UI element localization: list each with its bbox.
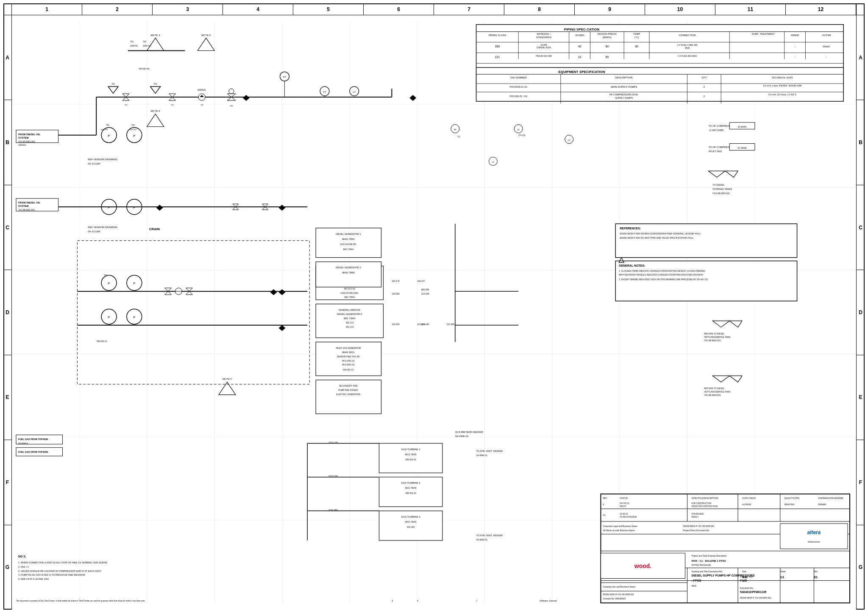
svg-text:GAS-G4-DIE-02E1: GAS-G4-DIE-02E1 <box>341 292 359 294</box>
svg-text:(°C): (°C) <box>634 36 639 39</box>
svg-point-117 <box>198 94 205 100</box>
drawing-area: PIPING SPEC-CATION PIPING CLASS MATERIAL… <box>12 15 856 610</box>
svg-text:REF VENDOR DRAWING:: REF VENDOR DRAWING: <box>88 226 118 228</box>
row-c: C <box>3 185 11 270</box>
svg-text:DRAFTER: DRAFTER <box>785 503 795 506</box>
svg-text:TAG NUMBER: TAG NUMBER <box>510 76 527 79</box>
svg-text:Document No:: Document No: <box>740 587 754 589</box>
svg-marker-112 <box>122 97 129 100</box>
svg-text:01-34006: 01-34006 <box>738 147 747 149</box>
svg-text:INNER: INNER <box>791 34 799 36</box>
svg-text:RETURN TO DIESEL: RETURN TO DIESEL <box>704 332 724 335</box>
svg-text:ELECTRIC GENERATOR: ELECTRIC GENERATOR <box>336 393 360 396</box>
svg-text:01: 01 <box>814 575 818 579</box>
col-2: 2 <box>82 3 153 15</box>
svg-text:X6-494E-01: X6-494E-01 <box>476 454 488 457</box>
svg-text:1254-299: 1254-299 <box>129 128 137 131</box>
svg-text:274-116: 274-116 <box>518 134 526 137</box>
svg-text:748: 748 <box>200 104 203 106</box>
main-container: 1 2 3 4 5 6 7 8 9 10 11 12 A B C D E F G… <box>0 0 868 613</box>
svg-text:MAIN SUPPLY PUMPS: MAIN SUPPLY PUMPS <box>611 86 637 88</box>
svg-rect-81 <box>615 224 797 258</box>
svg-text:7/1: 7/1 <box>457 135 460 138</box>
svg-text:FUEL GAS FROM TOPSIDE: FUEL GAS FROM TOPSIDE <box>18 451 48 453</box>
svg-text:P: P <box>108 206 110 209</box>
svg-text:301-113: 301-113 <box>346 321 353 324</box>
svg-text:P: P <box>134 282 136 285</box>
svg-text:701: 701 <box>111 83 115 85</box>
svg-text:A1: A1 <box>603 514 605 516</box>
svg-text:X6-494E-01: X6-494E-01 <box>455 435 469 437</box>
column-headers: 1 2 3 4 5 6 7 8 9 10 11 12 <box>3 3 865 15</box>
svg-text:90: 90 <box>635 45 638 48</box>
svg-text:XX-94-12: XX-94-12 <box>620 513 628 515</box>
general-notes-section: GENERAL NOTES: 1. CLOUDED ITEMS INDICATE… <box>615 258 797 301</box>
svg-text:540401DPFM01105: 540401DPFM01105 <box>740 591 766 593</box>
svg-text:STORAGE TANKS: STORAGE TANKS <box>712 188 732 190</box>
svg-text:Sheet: Sheet <box>780 570 786 573</box>
svg-text:840X - C1 - BALEINE 1 FPSO: 840X - C1 - BALEINE 1 FPSO <box>692 560 726 562</box>
from-diesel-oil-system-2: FROM DIESEL OIL SYSTEM 701-XB-6001-001 <box>16 198 58 211</box>
row-g-right: G <box>857 525 865 610</box>
title-block: REV STATUS DATE/TITLE/DESCRIPTION AUTH C… <box>601 494 850 603</box>
svg-marker-272 <box>156 205 163 211</box>
svg-text:0A-111166: 0A-111166 <box>88 230 100 233</box>
svg-text:MATERIAL /: MATERIAL / <box>537 33 551 35</box>
svg-text:MCTE 6: MCTE 6 <box>151 110 161 112</box>
svg-text:4.0 m³/h; 2 bars; IFM REF: 4E4: 4.0 m³/h; 2 bars; IFM REF: 4E4A3D-H3M <box>763 84 801 87</box>
svg-text:MIG 73004: MIG 73004 <box>345 296 355 298</box>
svg-text:493-524-21: 493-524-21 <box>406 492 417 494</box>
svg-text:701: 701 <box>130 40 134 43</box>
svg-point-122 <box>229 89 234 94</box>
svg-text:00000-0: 00000-0 <box>692 516 699 518</box>
svg-text:PI: PI <box>454 128 456 131</box>
svg-text:MAKE 75804: MAKE 75804 <box>342 271 355 274</box>
svg-text:6D206-WGR-P-721-X8-5005-001: 6D206-WGR-P-721-X8-5005-001 <box>740 596 771 599</box>
svg-text:PSA M 010 300: PSA M 010 300 <box>536 55 552 57</box>
svg-text:680-269: 680-269 <box>421 288 429 291</box>
svg-text:EQUIPMENT SPECIFICATION: EQUIPMENT SPECIFICATION <box>558 70 605 74</box>
svg-text:altera: altera <box>807 529 821 535</box>
svg-text:701-XB-6001-001: 701-XB-6001-001 <box>18 209 35 211</box>
svg-text:220/316: 220/316 <box>18 144 26 146</box>
svg-text:7: 7 <box>476 599 478 602</box>
svg-text:GENERAL NOTES:: GENERAL NOTES: <box>619 264 645 267</box>
svg-text:0A-111166: 0A-111166 <box>88 162 100 165</box>
row-a-right: A <box>857 15 865 100</box>
svg-marker-188 <box>270 289 277 295</box>
svg-text:GENERAL SERVICE: GENERAL SERVICE <box>339 309 361 311</box>
svg-text:DESCRIPTION: DESCRIPTION <box>615 76 633 79</box>
svg-text:FG3-XB-6003-001: FG3-XB-6003-001 <box>712 192 730 195</box>
col-6: 6 <box>364 3 434 15</box>
svg-text:701: 701 <box>104 274 107 276</box>
svg-text:RETURN TO DIESEL: RETURN TO DIESEL <box>704 387 724 390</box>
svg-text:1. WHEN CONNECTING A 2020 SCAL: 1. WHEN CONNECTING A 2020 SCALE CHOP OF … <box>18 561 108 564</box>
svg-text:050 FG: 050 FG <box>620 505 626 507</box>
svg-text:PG5-500-25 - D4: PG5-500-25 - D4 <box>509 95 527 98</box>
svg-text:6FG-0001-01: 6FG-0001-01 <box>342 363 355 366</box>
svg-text:CONNECTION: CONNECTION <box>679 34 696 36</box>
svg-text:316-170: 316-170 <box>392 280 399 282</box>
row-g: G <box>3 525 11 610</box>
col-11: 11 <box>715 3 786 15</box>
svg-text:MCG 75040: MCG 75040 <box>405 487 417 489</box>
svg-text:FFPSO PACKAGE: FFPSO PACKAGE <box>692 564 711 566</box>
col-1: 1 <box>12 3 82 15</box>
fuel-gas-topside-2: FUEL GAS FROM TOPSIDE <box>16 448 63 456</box>
svg-text:GAS TURBINE 1: GAS TURBINE 1 <box>401 448 421 451</box>
svg-text:316-147: 316-147 <box>417 280 425 282</box>
svg-text:1. CLOUDED ITEMS INDICATE CHAN: 1. CLOUDED ITEMS INDICATE CHANGES FROM E… <box>619 270 705 272</box>
svg-text:QTY: QTY <box>701 76 707 79</box>
to-diesel-storage-tanks: TO DIESEL STORAGE TANKS FG3-XB-6003-001 <box>708 171 738 195</box>
svg-text:TECHNICAL DATA: TECHNICAL DATA <box>772 76 793 79</box>
svg-text:5.4 m³/h; 20-4 bars; 2 x ISO 5: 5.4 m³/h; 20-4 bars; 2 x ISO 5 <box>768 93 796 96</box>
col-7: 7 <box>434 3 504 15</box>
svg-text:Rev: Rev <box>814 570 818 573</box>
svg-marker-140 <box>198 38 214 51</box>
svg-text:799-002-21: 799-002-21 <box>96 340 107 343</box>
svg-marker-251 <box>708 171 738 177</box>
svg-text:701-XB-6003-001: 701-XB-6003-001 <box>704 394 721 396</box>
svg-text:SETTLING/SERVICE TANK: SETTLING/SERVICE TANK <box>704 390 730 393</box>
svg-text:TO ATM. VENT. HEADER: TO ATM. VENT. HEADER <box>476 450 503 452</box>
svg-text:MCG 75040: MCG 75040 <box>405 521 417 523</box>
